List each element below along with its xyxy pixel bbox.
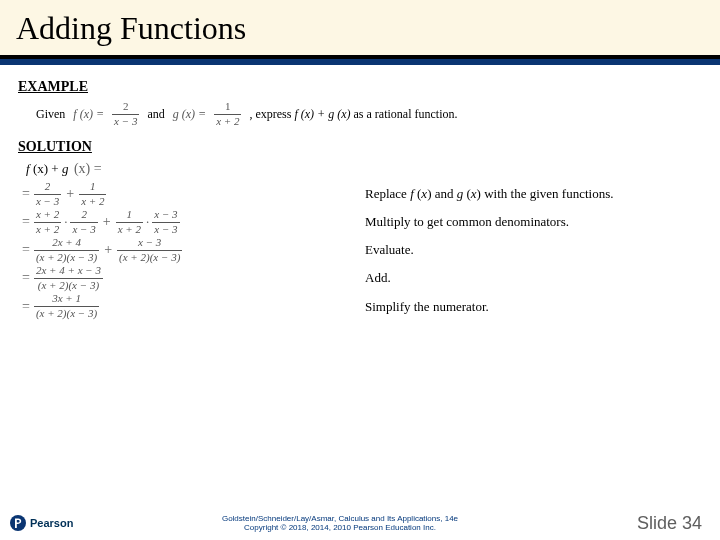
fraction-numerator: x − 3 <box>152 209 179 221</box>
fraction-numerator: x − 3 <box>136 237 163 249</box>
fraction-numerator: 3x + 1 <box>50 293 83 305</box>
fraction-denominator: (x + 2)(x − 3) <box>34 308 99 320</box>
fraction: 2x − 3 <box>70 209 97 235</box>
fraction-numerator: 2x + 4 <box>50 237 83 249</box>
step-explain: Simplify the numerator. <box>365 299 489 315</box>
credit-text: Goldstein/Schneider/Lay/Asmar, Calculus … <box>80 514 600 532</box>
pearson-p-icon <box>10 515 26 531</box>
fraction: x − 3x − 3 <box>152 209 179 235</box>
fraction: 1x + 2 <box>79 181 106 207</box>
footer: Pearson Goldstein/Schneider/Lay/Asmar, C… <box>0 506 720 540</box>
brand-name: Pearson <box>30 517 73 529</box>
equals-sign: = <box>20 242 34 258</box>
step-row: =x + 2x + 2·2x − 3+1x + 2·x − 3x − 3Mult… <box>20 209 702 235</box>
fraction-denominator: x + 2 <box>34 224 61 236</box>
g-num: 1 <box>223 101 233 113</box>
fraction-numerator: 2 <box>79 209 89 221</box>
times-operator: · <box>61 214 70 230</box>
step-explain: Add. <box>365 270 391 286</box>
fraction-denominator: (x + 2)(x − 3) <box>36 280 101 292</box>
fraction: 2x + 4 + x − 3(x + 2)(x − 3) <box>34 265 103 291</box>
step-row: =2x + 4(x + 2)(x − 3)+x − 3(x + 2)(x − 3… <box>20 237 702 263</box>
slide-title: Adding Functions <box>16 10 704 47</box>
example-heading: EXAMPLE <box>18 79 702 95</box>
given-row: Given f (x) = 2 x − 3 and g (x) = 1 x + … <box>36 101 702 127</box>
fraction: 2x − 3 <box>34 181 61 207</box>
fraction-numerator: 2 <box>43 181 53 193</box>
fraction-denominator: x + 2 <box>116 224 143 236</box>
step-row: =3x + 1(x + 2)(x − 3)Simplify the numera… <box>20 293 702 319</box>
slide: Adding Functions EXAMPLE Given f (x) = 2… <box>0 0 720 540</box>
step-explain: Multiply to get common denominators. <box>365 214 569 230</box>
solution-heading: SOLUTION <box>18 139 702 155</box>
title-bar: Adding Functions <box>0 0 720 55</box>
fraction: x − 3(x + 2)(x − 3) <box>117 237 182 263</box>
fraction-denominator: x − 3 <box>152 224 179 236</box>
g-den: x + 2 <box>214 116 241 128</box>
step-explain: Evaluate. <box>365 242 414 258</box>
slide-number: Slide 34 <box>600 513 720 534</box>
f-fraction: 2 x − 3 <box>112 101 139 127</box>
f-lhs: f (x) = <box>73 107 104 122</box>
step-row: =2x + 4 + x − 3(x + 2)(x − 3)Add. <box>20 265 702 291</box>
title-rule <box>0 55 720 65</box>
g-lhs: g (x) = <box>173 107 206 122</box>
fraction-denominator: x − 3 <box>34 196 61 208</box>
steps-container: =2x − 3+1x + 2Replace f (x) and g (x) wi… <box>18 181 702 319</box>
fraction-numerator: 1 <box>125 209 135 221</box>
given-post: , express f (x) + g (x) as a rational fu… <box>249 107 457 122</box>
step-math: =2x + 4(x + 2)(x − 3)+x − 3(x + 2)(x − 3… <box>20 237 365 263</box>
fraction: x + 2x + 2 <box>34 209 61 235</box>
equals-sign: = <box>20 214 34 230</box>
fraction-denominator: x + 2 <box>79 196 106 208</box>
fraction-denominator: (x + 2)(x − 3) <box>34 252 99 264</box>
fraction-denominator: (x + 2)(x − 3) <box>117 252 182 264</box>
equals-sign: = <box>20 299 34 315</box>
equals-sign: = <box>20 270 34 286</box>
fraction-numerator: 1 <box>88 181 98 193</box>
step-math: =x + 2x + 2·2x − 3+1x + 2·x − 3x − 3 <box>20 209 365 235</box>
given-pre: Given <box>36 107 65 122</box>
g-fraction: 1 x + 2 <box>214 101 241 127</box>
given-and: and <box>147 107 164 122</box>
fraction-numerator: x + 2 <box>34 209 61 221</box>
plus-operator: + <box>61 186 79 202</box>
fraction: 2x + 4(x + 2)(x − 3) <box>34 237 99 263</box>
plus-operator: + <box>98 214 116 230</box>
content-area: EXAMPLE Given f (x) = 2 x − 3 and g (x) … <box>0 65 720 540</box>
step-math: =2x − 3+1x + 2 <box>20 181 365 207</box>
plus-operator: + <box>99 242 117 258</box>
brand-logo: Pearson <box>0 515 80 531</box>
solution-lead: f (x) + g (x) = <box>26 161 702 177</box>
step-math: =3x + 1(x + 2)(x − 3) <box>20 293 365 319</box>
step-explain: Replace f (x) and g (x) with the given f… <box>365 186 613 202</box>
step-row: =2x − 3+1x + 2Replace f (x) and g (x) wi… <box>20 181 702 207</box>
f-den: x − 3 <box>112 116 139 128</box>
fraction-denominator: x − 3 <box>70 224 97 236</box>
times-operator: · <box>143 214 152 230</box>
f-num: 2 <box>121 101 131 113</box>
step-math: =2x + 4 + x − 3(x + 2)(x − 3) <box>20 265 365 291</box>
fraction: 1x + 2 <box>116 209 143 235</box>
fraction: 3x + 1(x + 2)(x − 3) <box>34 293 99 319</box>
fraction-numerator: 2x + 4 + x − 3 <box>34 265 103 277</box>
equals-sign: = <box>20 186 34 202</box>
